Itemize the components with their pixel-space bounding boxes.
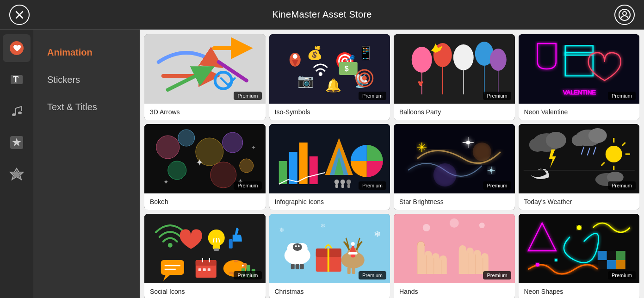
- svg-text:T: T: [13, 75, 19, 84]
- asset-card-bokeh[interactable]: ✦ ✦ ✦ ✦ PremiumBokeh: [144, 124, 266, 210]
- asset-card-social-icons[interactable]: PremiumSocial Icons: [144, 214, 266, 298]
- asset-name: 3D Arrows: [144, 104, 266, 120]
- close-button[interactable]: [9, 5, 30, 25]
- asset-card-todays-weather[interactable]: PremiumToday's Weather: [519, 124, 640, 210]
- svg-line-92: [593, 147, 595, 154]
- svg-point-84: [545, 132, 566, 149]
- svg-rect-138: [291, 264, 294, 269]
- asset-name: Neon Shapes: [519, 283, 640, 298]
- svg-text:✦: ✦: [163, 178, 169, 186]
- svg-point-37: [490, 49, 507, 71]
- svg-point-153: [351, 242, 354, 246]
- premium-badge: Premium: [234, 92, 261, 100]
- asset-name: Bokeh: [144, 193, 266, 210]
- svg-rect-59: [309, 156, 317, 184]
- premium-badge: Premium: [608, 271, 636, 279]
- svg-point-45: [156, 136, 180, 159]
- svg-line-90: [581, 147, 583, 154]
- svg-line-95: [622, 143, 625, 146]
- svg-point-93: [605, 146, 622, 162]
- sidebar-item-music[interactable]: [3, 97, 31, 125]
- svg-text:$: $: [344, 65, 348, 73]
- svg-marker-166: [528, 223, 556, 251]
- svg-point-127: [242, 265, 244, 267]
- asset-name: Hands: [394, 283, 515, 298]
- premium-badge: Premium: [608, 92, 636, 100]
- asset-card-xmas-stickers[interactable]: ❄ ❄ ❄ PremiumChristmas: [269, 214, 390, 298]
- premium-badge: Premium: [359, 181, 386, 190]
- category-sidebar: Animation Stickers Text & Titles: [33, 30, 140, 298]
- svg-rect-109: [229, 239, 233, 248]
- svg-text:❄: ❄: [373, 230, 380, 239]
- asset-card-hands[interactable]: PremiumHands: [394, 214, 515, 298]
- svg-point-7: [12, 113, 16, 116]
- asset-name: Neon Valentine: [519, 104, 640, 120]
- asset-card-neon-valentine[interactable]: VALENTINE PremiumNeon Valentine: [519, 34, 640, 120]
- svg-point-163: [423, 224, 430, 231]
- asset-name: Social Icons: [144, 283, 266, 298]
- svg-point-135: [292, 243, 302, 251]
- svg-line-91: [587, 148, 589, 155]
- asset-name: Iso-Symbols: [269, 104, 390, 120]
- svg-marker-86: [549, 149, 556, 168]
- svg-rect-152: [348, 252, 357, 255]
- svg-rect-104: [213, 245, 220, 249]
- asset-card-infographic-icons[interactable]: PremiumInfographic Icons: [269, 124, 390, 210]
- premium-badge: Premium: [359, 271, 386, 279]
- svg-point-173: [535, 263, 539, 267]
- svg-text:📱: 📱: [357, 45, 373, 61]
- asset-name: Today's Weather: [519, 193, 640, 210]
- svg-rect-118: [198, 268, 201, 271]
- category-animation[interactable]: Animation: [33, 39, 140, 66]
- svg-rect-105: [214, 248, 219, 251]
- svg-text:✦: ✦: [196, 157, 204, 168]
- svg-point-136: [295, 245, 297, 247]
- asset-card-balloons-party[interactable]: PremiumBalloons Party: [394, 34, 515, 120]
- svg-text:❄: ❄: [320, 223, 325, 229]
- svg-point-64: [334, 180, 339, 184]
- top-bar: KineMaster Asset Store: [0, 0, 644, 30]
- svg-point-165: [450, 218, 459, 228]
- svg-rect-150: [352, 267, 355, 274]
- asset-card-star-brightness[interactable]: PremiumStar Brightness: [394, 124, 515, 210]
- sidebar-item-heart[interactable]: [3, 34, 31, 62]
- svg-rect-140: [300, 264, 303, 269]
- svg-point-68: [346, 180, 351, 184]
- svg-point-33: [453, 44, 474, 70]
- category-text-titles[interactable]: Text & Titles: [33, 93, 140, 121]
- premium-badge: Premium: [234, 181, 261, 190]
- svg-rect-58: [299, 143, 307, 184]
- svg-point-89: [571, 134, 586, 146]
- svg-point-21: [292, 54, 297, 59]
- svg-text:VALENTINE: VALENTINE: [563, 89, 596, 96]
- svg-rect-120: [208, 268, 211, 271]
- svg-point-50: [211, 162, 236, 188]
- svg-text:💰: 💰: [306, 45, 322, 61]
- sidebar-item-text[interactable]: T: [3, 66, 31, 93]
- svg-point-29: [412, 47, 432, 73]
- premium-badge: Premium: [234, 271, 261, 279]
- sidebar-item-premium[interactable]: [3, 160, 31, 188]
- sidebar-item-effects[interactable]: [3, 129, 31, 156]
- svg-rect-149: [347, 267, 350, 274]
- asset-card-neon-shapes[interactable]: PremiumNeon Shapes: [519, 214, 640, 298]
- svg-point-66: [340, 180, 345, 184]
- svg-rect-115: [196, 260, 217, 266]
- asset-card-3d-arrows[interactable]: Premium3D Arrows: [144, 34, 266, 120]
- svg-rect-139: [295, 264, 299, 269]
- asset-grid-container[interactable]: Premium3D Arrows 📍 💰 🎯 📱 📷 🔔 📡 $ Premium…: [140, 30, 644, 298]
- svg-rect-110: [161, 260, 184, 275]
- svg-rect-172: [616, 260, 625, 269]
- svg-point-48: [223, 132, 243, 153]
- svg-point-81: [433, 163, 457, 186]
- premium-badge: Premium: [608, 181, 636, 190]
- svg-point-85: [529, 138, 545, 152]
- svg-point-51: [240, 159, 254, 173]
- category-stickers[interactable]: Stickers: [33, 66, 140, 93]
- svg-text:✦: ✦: [251, 144, 256, 151]
- asset-card-iso-symbols[interactable]: 📍 💰 🎯 📱 📷 🔔 📡 $ PremiumIso-Symbols: [269, 34, 390, 120]
- svg-point-102: [168, 243, 173, 248]
- svg-point-164: [479, 223, 485, 228]
- svg-rect-119: [203, 268, 206, 271]
- profile-button[interactable]: [614, 5, 635, 25]
